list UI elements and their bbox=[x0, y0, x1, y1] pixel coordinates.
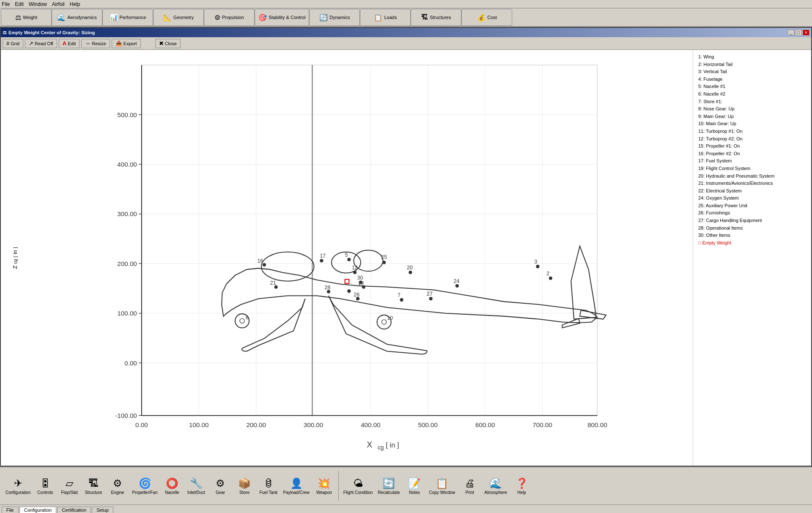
export-button[interactable]: 📤 Export bbox=[112, 39, 141, 48]
tab-weight[interactable]: ⚖ Weight bbox=[1, 9, 52, 26]
tab-structures[interactable]: 🏗 Structures bbox=[411, 9, 461, 26]
svg-text:100.00: 100.00 bbox=[189, 421, 208, 428]
flap-slat-icon: ▱ bbox=[66, 477, 73, 489]
svg-point-71 bbox=[400, 298, 403, 302]
recalculate-label: Recalculate bbox=[378, 490, 400, 495]
print-label: Print bbox=[465, 490, 474, 495]
bottom-tool-propeller-fan[interactable]: 🌀 Propeller/Fan bbox=[130, 469, 159, 503]
svg-text:800.00: 800.00 bbox=[587, 421, 607, 428]
geo-icon: 📐 bbox=[163, 14, 172, 22]
tab-stability[interactable]: 🎯 Stability & Control bbox=[255, 9, 309, 26]
tab-loads-label: Loads bbox=[384, 15, 397, 20]
bottom-tab-file[interactable]: File bbox=[2, 507, 19, 513]
help-icon: ❓ bbox=[516, 477, 528, 489]
bottom-tool-flap-slat[interactable]: ▱ Flap/Slat bbox=[58, 469, 81, 503]
legend-item-17: 20: Hydraulic and Pneumatic System bbox=[698, 173, 806, 180]
struct-icon: 🏗 bbox=[421, 14, 428, 21]
svg-point-68 bbox=[347, 289, 351, 293]
resize-label: Resize bbox=[92, 41, 106, 46]
svg-text:cg: cg bbox=[378, 444, 384, 451]
bottom-tool-notes[interactable]: 📝 Notes bbox=[403, 469, 426, 503]
bottom-tab-configuration[interactable]: Configuration bbox=[19, 507, 56, 513]
bottom-tab-certification[interactable]: Certification bbox=[57, 507, 91, 513]
legend-item-7: 7: Store #1: bbox=[698, 98, 806, 106]
recalculate-icon: 🔄 bbox=[382, 477, 395, 489]
svg-text:28: 28 bbox=[324, 285, 330, 291]
legend-item-18: 21: Instruments/Avionics/Electronics bbox=[698, 180, 806, 187]
window-controls: _ □ ✕ bbox=[787, 30, 809, 36]
bottom-tool-flight-condition[interactable]: 🌤 Flight Condition bbox=[341, 469, 375, 503]
copy-window-icon: 📋 bbox=[436, 477, 448, 489]
tab-struct-label: Structures bbox=[430, 15, 451, 20]
propeller-fan-label: Propeller/Fan bbox=[132, 490, 157, 495]
close-button[interactable]: ✕ bbox=[803, 30, 809, 36]
resize-button[interactable]: ↔ Resize bbox=[81, 39, 110, 48]
bottom-tool-structure[interactable]: 🏗 Structure bbox=[82, 469, 105, 503]
svg-text:200.00: 200.00 bbox=[117, 260, 137, 267]
svg-text:0.00: 0.00 bbox=[135, 421, 148, 428]
menu-edit[interactable]: Edit bbox=[15, 1, 24, 7]
window-title-bar: ⚖ Empty Weight Center of Gravity: Sizing bbox=[3, 30, 95, 36]
bottom-tool-gear[interactable]: ⚙ Gear bbox=[209, 469, 232, 503]
bottom-tool-payload-crew[interactable]: 👤 Payload/Crew bbox=[281, 469, 312, 503]
tab-aerodynamics[interactable]: 🌊 Aerodynamics bbox=[52, 9, 102, 26]
svg-text:300.00: 300.00 bbox=[117, 210, 137, 217]
menu-window[interactable]: Window bbox=[29, 1, 47, 7]
bottom-tool-store[interactable]: 📦 Store bbox=[233, 469, 256, 503]
bottom-tool-configuration[interactable]: ✈ Configuration bbox=[3, 469, 33, 503]
edit-button[interactable]: A Edit bbox=[59, 39, 80, 48]
svg-point-57 bbox=[409, 271, 412, 274]
svg-text:25: 25 bbox=[381, 254, 387, 260]
tab-loads[interactable]: 📋 Loads bbox=[360, 9, 411, 26]
structure-label: Structure bbox=[85, 490, 102, 495]
engine-label: Engine bbox=[111, 490, 124, 495]
svg-text:27: 27 bbox=[427, 291, 433, 297]
flight-condition-label: Flight Condition bbox=[343, 490, 373, 495]
svg-point-75 bbox=[429, 297, 433, 300]
perf-icon: 📊 bbox=[110, 14, 118, 22]
svg-text:600.00: 600.00 bbox=[475, 421, 495, 428]
svg-text:21: 21 bbox=[270, 280, 276, 286]
bottom-tool-recalculate[interactable]: 🔄 Recalculate bbox=[376, 469, 402, 503]
svg-text:2: 2 bbox=[546, 271, 549, 277]
bottom-tool-atmosphere[interactable]: 🌊 Atmosphere bbox=[482, 469, 509, 503]
structure-icon: 🏗 bbox=[88, 477, 99, 489]
export-icon: 📤 bbox=[115, 40, 122, 47]
bottom-tool-engine[interactable]: ⚙ Engine bbox=[106, 469, 129, 503]
tab-cost[interactable]: 💰 Cost bbox=[461, 9, 512, 26]
bottom-tool-help[interactable]: ❓ Help bbox=[510, 469, 533, 503]
close-chart-button[interactable]: ✖ Close bbox=[155, 39, 181, 48]
svg-point-77 bbox=[536, 265, 539, 268]
tab-performance[interactable]: 📊 Performance bbox=[102, 9, 153, 26]
legend-item-8: 8: Nose Gear: Up bbox=[698, 105, 806, 113]
maximize-button[interactable]: □ bbox=[795, 30, 802, 36]
bottom-tool-weapon[interactable]: 💥 Weapon bbox=[313, 469, 336, 503]
main-content: Zcg [in] bbox=[1, 50, 811, 466]
menu-airfoil[interactable]: Airfoil bbox=[52, 1, 65, 7]
bottom-tool-inlet-duct[interactable]: 🔧 Inlet/Duct bbox=[185, 469, 208, 503]
minimize-button[interactable]: _ bbox=[787, 30, 794, 36]
bottom-tool-controls[interactable]: 🎛 Controls bbox=[33, 469, 57, 503]
tab-dynamics[interactable]: 🔄 Dynamics bbox=[309, 9, 360, 26]
bottom-tool-nacelle[interactable]: ⭕ Nacelle bbox=[161, 469, 184, 503]
bottom-tab-setup[interactable]: Setup bbox=[92, 507, 113, 513]
bottom-toolbar: ✈ Configuration 🎛 Controls ▱ Flap/Slat 🏗… bbox=[0, 466, 812, 505]
tab-geometry[interactable]: 📐 Geometry bbox=[153, 9, 204, 26]
legend-item-10: 10: Main Gear: Up bbox=[698, 120, 806, 128]
bottom-tool-print[interactable]: 🖨 Print bbox=[458, 469, 481, 503]
legend-item-12: 12: Turboprop #2: On bbox=[698, 135, 806, 143]
legend-item-19: 22: Electrical System bbox=[698, 187, 806, 195]
grid-label: Grid bbox=[11, 41, 19, 46]
readoff-button[interactable]: ↗ Read Off bbox=[25, 39, 57, 48]
weight-icon: ⚖ bbox=[15, 14, 21, 22]
bottom-tool-fuel-tank[interactable]: 🛢 Fuel Tank bbox=[257, 469, 280, 503]
z-axis-label: Zcg [in] bbox=[12, 247, 18, 269]
grid-button[interactable]: # Grid bbox=[3, 39, 23, 48]
svg-point-53 bbox=[382, 261, 386, 264]
bottom-tool-copy-window[interactable]: 📋 Copy Window bbox=[427, 469, 458, 503]
tab-weight-label: Weight bbox=[23, 15, 37, 20]
tab-propulsion[interactable]: ⚙ Propulsion bbox=[204, 9, 255, 26]
menu-file[interactable]: File bbox=[2, 1, 10, 7]
menu-help[interactable]: Help bbox=[70, 1, 80, 7]
legend-item-4: 4: Fuselage bbox=[698, 76, 806, 83]
